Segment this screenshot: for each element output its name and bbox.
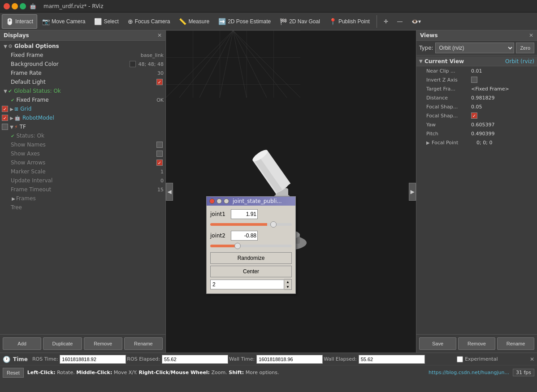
tf-checkbox[interactable] xyxy=(2,124,8,130)
measure-button[interactable]: 📏 Measure xyxy=(175,14,213,29)
nav-goal-button[interactable]: 🏁 2D Nav Goal xyxy=(276,14,324,29)
experimental-label: Experimental xyxy=(465,356,498,362)
svg-line-5 xyxy=(233,30,247,98)
close-button[interactable] xyxy=(4,3,10,9)
type-select[interactable]: Orbit (rviz) xyxy=(435,43,515,53)
joint-popup: joint_state_publi... joint1 joint2 xyxy=(206,196,296,294)
frames-row[interactable]: ▶ Frames xyxy=(0,194,165,203)
target-fra-value: <Fixed Frame> xyxy=(471,86,509,92)
svg-line-6 xyxy=(233,30,267,98)
window-icon: 🤖 xyxy=(30,3,36,9)
svg-line-3 xyxy=(199,30,233,98)
show-axes-row[interactable]: Show Axes xyxy=(0,149,165,158)
popup-title: joint_state_publi... xyxy=(233,198,282,204)
show-names-checkbox[interactable] xyxy=(156,142,163,148)
time-title: Time xyxy=(13,356,28,362)
default-light-row[interactable]: Default Light xyxy=(0,78,165,86)
wall-time-input[interactable] xyxy=(256,355,323,364)
remove-button[interactable]: Remove xyxy=(84,337,122,350)
yaw-row: Yaw 0.605397 xyxy=(416,120,537,129)
bg-color-row[interactable]: Background Color 48; 48; 48 xyxy=(0,60,165,69)
views-rename-button[interactable]: Rename xyxy=(497,337,534,350)
center-button[interactable]: Center xyxy=(210,266,292,277)
extra-button-1[interactable]: ✛ xyxy=(380,14,392,29)
robot-model-checkbox[interactable] xyxy=(2,115,8,121)
global-status-row[interactable]: ▼ ✔ Global Status: Ok xyxy=(0,86,165,95)
popup-close-button[interactable] xyxy=(209,198,215,204)
extra-button-3[interactable]: 👁️▾ xyxy=(407,14,425,29)
joint2-input[interactable] xyxy=(231,231,258,241)
tf-row[interactable]: ▼ ⚡ TF xyxy=(0,122,165,131)
popup-max-button[interactable] xyxy=(224,198,229,204)
interact-button[interactable]: 🖱️ Interact xyxy=(2,14,37,29)
current-view-section[interactable]: ▼ Current View Orbit (rviz) xyxy=(416,56,537,66)
grid-checkbox[interactable] xyxy=(2,106,8,112)
fixed-frame-value: base_link xyxy=(141,52,164,58)
spin-input[interactable] xyxy=(210,280,284,289)
spin-down-arrow[interactable]: ▼ xyxy=(284,284,291,289)
fixed-frame-row[interactable]: Fixed Frame base_link xyxy=(0,51,165,60)
views-save-button[interactable]: Save xyxy=(419,337,456,350)
select-button[interactable]: ⬜ Select xyxy=(90,14,122,29)
robot-model-row[interactable]: ▶ 🤖 RobotModel xyxy=(0,113,165,122)
show-arrows-row[interactable]: Show Arrows xyxy=(0,158,165,167)
views-close-icon[interactable]: ✕ xyxy=(529,32,533,39)
show-arrows-checkbox[interactable] xyxy=(156,159,163,166)
focus-camera-button[interactable]: ⊕ Focus Camera xyxy=(124,14,174,29)
move-camera-button[interactable]: 📷 Move Camera xyxy=(38,14,89,29)
marker-scale-row[interactable]: Marker Scale 1 xyxy=(0,167,165,176)
invert-z-checkbox[interactable] xyxy=(471,77,477,83)
views-remove-button[interactable]: Remove xyxy=(458,337,495,350)
focal-shape2-checkbox[interactable] xyxy=(471,112,477,119)
randomize-button[interactable]: Randomize xyxy=(210,252,292,264)
frame-timeout-row[interactable]: Frame Timeout 15 xyxy=(0,185,165,194)
grid-row[interactable]: ▶ ⊞ Grid xyxy=(0,104,165,113)
spin-up-arrow[interactable]: ▲ xyxy=(284,280,291,284)
joint1-slider-container xyxy=(210,221,292,227)
publish-point-button[interactable]: 📍 Publish Point xyxy=(325,14,374,29)
spin-arrows: ▲ ▼ xyxy=(284,279,292,290)
default-light-checkbox[interactable] xyxy=(156,79,163,85)
global-options-row[interactable]: ▼ ⚙ Global Options xyxy=(0,42,165,51)
frame-rate-row[interactable]: Frame Rate 30 xyxy=(0,69,165,78)
experimental-checkbox[interactable] xyxy=(457,356,463,362)
right-collapse-arrow[interactable]: ▶ xyxy=(409,183,416,201)
grid-overlay xyxy=(166,30,300,98)
zero-button[interactable]: Zero xyxy=(516,43,534,53)
tree-row[interactable]: Tree xyxy=(0,203,165,212)
tf-status-row[interactable]: ✔ Status: Ok xyxy=(0,131,165,140)
global-options-label: Global Options xyxy=(14,43,164,49)
joint2-slider[interactable] xyxy=(210,245,292,247)
joint1-input[interactable] xyxy=(231,209,258,219)
focal-point-row[interactable]: ▶ Focal Point 0; 0; 0 xyxy=(416,138,537,147)
ros-time-input[interactable] xyxy=(60,355,126,364)
displays-close-icon[interactable]: ✕ xyxy=(157,32,162,39)
ros-elapsed-input[interactable] xyxy=(162,355,228,364)
reset-button[interactable]: Reset xyxy=(3,368,24,378)
left-collapse-arrow[interactable]: ◀ xyxy=(166,183,173,201)
show-axes-checkbox[interactable] xyxy=(156,151,163,157)
wall-elapsed-input[interactable] xyxy=(359,355,425,364)
fixed-frame-status-row[interactable]: ✔ Fixed Frame OK xyxy=(0,95,165,104)
pose-estimate-button[interactable]: ➡️ 2D Pose Estimate xyxy=(214,14,275,29)
add-button[interactable]: Add xyxy=(3,337,41,350)
joint-popup-titlebar: joint_state_publi... xyxy=(207,197,295,206)
near-clip-label: Near Clip ... xyxy=(426,68,471,74)
popup-min-button[interactable] xyxy=(217,198,222,204)
displays-footer: Add Duplicate Remove Rename xyxy=(0,334,165,353)
maximize-button[interactable] xyxy=(20,3,26,9)
extra-button-2[interactable]: — xyxy=(393,14,407,29)
select-icon: ⬜ xyxy=(94,18,102,25)
timebar-close-icon[interactable]: ✕ xyxy=(530,356,534,362)
update-interval-row[interactable]: Update Interval 0 xyxy=(0,176,165,185)
viewport[interactable]: ◀ ▶ joint_state_publi... joint1 xyxy=(166,30,416,353)
focal-point-value: 0; 0; 0 xyxy=(476,140,492,146)
rename-button[interactable]: Rename xyxy=(124,337,163,350)
show-names-row[interactable]: Show Names xyxy=(0,140,165,149)
joint1-slider[interactable] xyxy=(210,223,292,226)
titlebar: 🤖 marm_urdf.rviz* - RViz xyxy=(0,0,537,13)
current-view-expand: ▼ xyxy=(419,59,424,64)
minimize-button[interactable] xyxy=(12,3,18,9)
bg-color-value: 48; 48; 48 xyxy=(139,61,164,67)
duplicate-button[interactable]: Duplicate xyxy=(43,337,82,350)
